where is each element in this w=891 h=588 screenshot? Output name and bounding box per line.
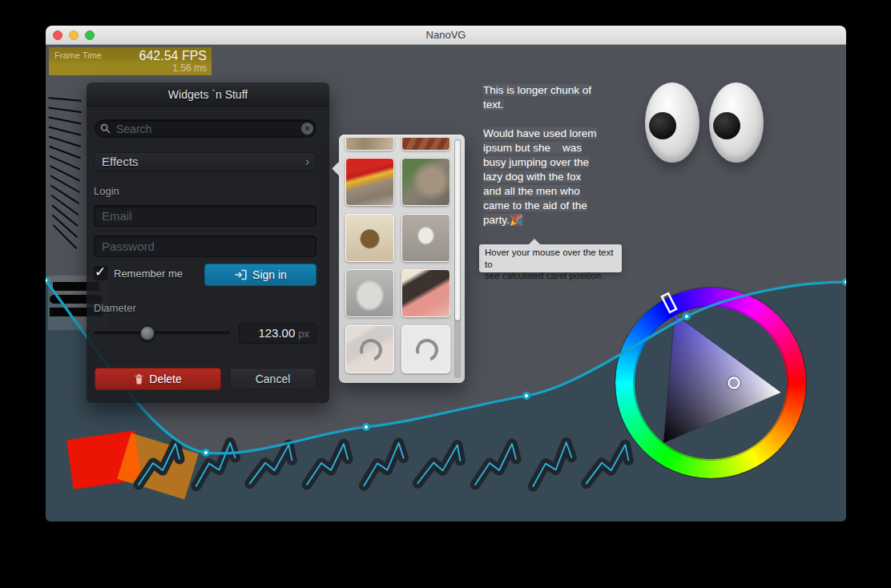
thumbnail[interactable]	[345, 214, 394, 262]
thumbnail[interactable]	[345, 269, 394, 317]
fps-value: 642.54 FPS	[139, 49, 208, 63]
paragraph-line: and all the men who	[483, 185, 580, 197]
window-title: NanoVG	[46, 26, 846, 45]
tooltip-line: Hover your mouse over the text to	[485, 247, 616, 270]
paragraph-line: came to the aid of the	[483, 199, 587, 211]
email-field[interactable]	[94, 205, 316, 227]
remember-me-checkbox[interactable]: ✓	[94, 267, 107, 280]
sign-in-button[interactable]: Sign in	[204, 264, 316, 286]
thumbnail-loading[interactable]	[345, 325, 394, 373]
sign-in-label: Sign in	[252, 268, 287, 281]
paragraph-line: lazy dog with the fox	[483, 171, 581, 183]
paragraph-line: busy jumping over the	[483, 156, 589, 168]
trash-icon	[134, 373, 144, 385]
diameter-label: Diameter	[94, 302, 136, 314]
paragraph-line: text.	[483, 99, 504, 111]
login-section-label: Login	[94, 185, 119, 197]
thumbnail[interactable]	[401, 269, 450, 317]
popup-scrollbar-track[interactable]	[454, 139, 461, 378]
thumbnail[interactable]	[401, 214, 450, 262]
effects-dropdown[interactable]: Effects ›	[94, 152, 316, 171]
clear-search-icon[interactable]: ×	[301, 123, 313, 135]
effects-label: Effects	[102, 155, 139, 168]
check-icon: ✓	[95, 264, 106, 280]
thumbnail-loading[interactable]	[401, 325, 450, 373]
diameter-slider-track[interactable]	[94, 332, 230, 335]
thumbnails-popup	[339, 135, 465, 383]
diameter-value-box[interactable]: 123.00px	[239, 323, 316, 344]
frame-ms-value: 1.56 ms	[172, 62, 207, 74]
paragraph-line: party.🎉	[483, 214, 523, 226]
paragraph-line: This is longer chunk of	[483, 84, 591, 96]
paragraph-text: This is longer chunk of text. Would have…	[483, 83, 615, 228]
fps-graph: Frame Time 642.54 FPS 1.56 ms	[49, 47, 212, 75]
chevron-right-icon: ›	[305, 153, 309, 171]
caret-tooltip: Hover your mouse over the text to see ca…	[479, 244, 622, 272]
canvas-area: Frame Time 642.54 FPS 1.56 ms	[46, 45, 846, 522]
diameter-unit: px	[298, 328, 309, 340]
login-icon	[234, 269, 248, 280]
cancel-button[interactable]: Cancel	[229, 368, 316, 390]
thumbnail[interactable]	[345, 158, 394, 206]
title-bar: NanoVG	[46, 26, 846, 45]
app-window: NanoVG	[46, 26, 846, 522]
panel-title: Widgets `n Stuff	[87, 83, 329, 107]
delete-button[interactable]: Delete	[95, 368, 221, 390]
thumbnails-viewport[interactable]	[342, 138, 451, 380]
diameter-value: 123.00	[258, 326, 295, 340]
thumbnail[interactable]	[345, 138, 394, 151]
search-input[interactable]	[95, 119, 316, 138]
paragraph-line: Would have used lorem	[483, 127, 597, 139]
popup-scrollbar-thumb[interactable]	[455, 140, 460, 320]
paragraph-line: ipsum but she was	[483, 142, 582, 154]
tooltip-line: see calculated caret position.	[485, 270, 616, 282]
thumbnail[interactable]	[401, 158, 450, 206]
remember-me-label: Remember me	[114, 268, 183, 280]
cancel-label: Cancel	[256, 373, 291, 385]
delete-label: Delete	[149, 373, 181, 385]
diameter-slider-knob[interactable]	[140, 326, 155, 340]
thumbnail[interactable]	[401, 138, 450, 151]
fps-graph-label: Frame Time	[54, 50, 102, 60]
widgets-panel: Widgets `n Stuff × Effects › Login ✓ Rem…	[87, 83, 329, 403]
password-field[interactable]	[94, 236, 316, 257]
search-icon	[100, 123, 111, 134]
